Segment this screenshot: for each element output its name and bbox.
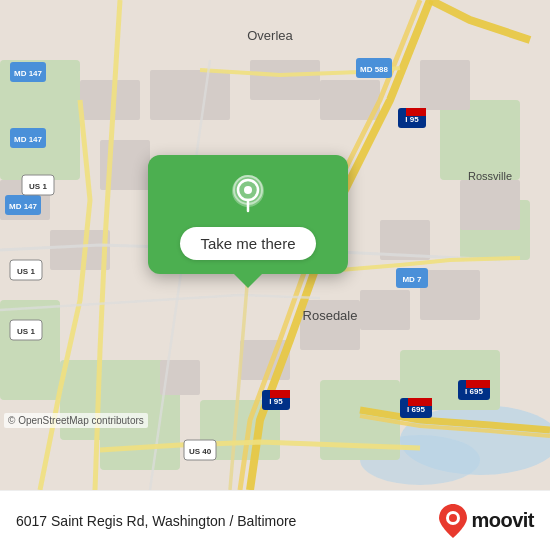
svg-text:I 695: I 695 [465,387,483,396]
svg-rect-12 [80,80,140,120]
svg-text:MD 147: MD 147 [14,69,43,78]
map-container: MD 147 MD 147 MD 147 US 1 US 1 US 1 MD 5… [0,0,550,490]
svg-text:MD 7: MD 7 [402,275,422,284]
svg-text:US 1: US 1 [17,327,35,336]
svg-text:MD 147: MD 147 [14,135,43,144]
svg-rect-18 [460,180,520,230]
svg-rect-49 [466,380,490,388]
svg-rect-21 [360,290,410,330]
moovit-wordmark: moovit [471,509,534,532]
svg-text:Rossville: Rossville [468,170,512,182]
svg-text:Overlea: Overlea [247,28,293,43]
svg-rect-52 [408,398,432,406]
location-tooltip: Take me there [148,155,348,274]
moovit-logo: moovit [439,504,534,538]
svg-point-65 [449,514,457,522]
footer: 6017 Saint Regis Rd, Washington / Baltim… [0,490,550,550]
svg-text:I 95: I 95 [269,397,283,406]
svg-text:US 1: US 1 [29,182,47,191]
location-pin-icon [226,173,270,217]
svg-rect-17 [420,60,470,110]
svg-rect-22 [420,270,480,320]
svg-rect-46 [270,390,290,398]
take-me-there-button[interactable]: Take me there [180,227,315,260]
svg-rect-14 [250,60,320,100]
address-label: 6017 Saint Regis Rd, Washington / Baltim… [16,513,296,529]
svg-rect-4 [0,300,60,400]
map-attribution: © OpenStreetMap contributors [4,413,148,428]
svg-point-62 [244,186,252,194]
svg-text:MD 147: MD 147 [9,202,38,211]
svg-rect-43 [406,108,426,116]
svg-text:MD 588: MD 588 [360,65,389,74]
svg-rect-13 [150,70,230,120]
svg-text:I 95: I 95 [405,115,419,124]
svg-rect-10 [440,100,520,180]
svg-text:US 1: US 1 [17,267,35,276]
svg-text:I 695: I 695 [407,405,425,414]
moovit-pin-icon [439,504,467,538]
svg-text:Rosedale: Rosedale [303,308,358,323]
svg-text:US 40: US 40 [189,447,212,456]
svg-rect-23 [50,230,110,270]
